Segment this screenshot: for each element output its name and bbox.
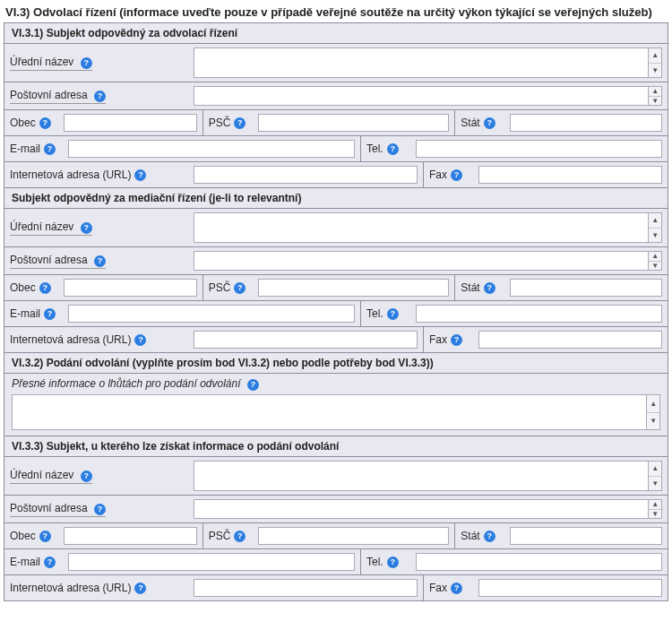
help-icon[interactable]: ?: [484, 282, 495, 294]
vi31-nazev-row: Úřední název ? ▲ ▼: [4, 44, 668, 82]
label-text: Obec: [10, 530, 36, 542]
help-icon[interactable]: ?: [94, 91, 106, 102]
vi31-adresa-input[interactable]: [194, 86, 648, 106]
spinner-up-icon[interactable]: ▲: [649, 87, 661, 96]
spinner-up-icon[interactable]: ▲: [649, 462, 661, 476]
vi31-stat-input-cell: [504, 110, 668, 135]
spinner-up-icon[interactable]: ▲: [649, 213, 661, 228]
vi31-obec-row: Obec ? PSČ ? Stát ?: [4, 110, 668, 136]
mediace-nazev-input[interactable]: [194, 212, 648, 243]
help-icon[interactable]: ?: [387, 143, 399, 155]
help-icon[interactable]: ?: [484, 117, 495, 129]
spinner-down-icon[interactable]: ▼: [649, 96, 661, 105]
help-icon[interactable]: ?: [134, 583, 146, 594]
mediace-header: Subjekt odpovědný za mediační řízení (je…: [4, 188, 668, 209]
vi33-stat-input[interactable]: [510, 527, 662, 545]
label-text: Stát: [461, 530, 479, 542]
label-text: Tel.: [366, 307, 383, 320]
vi33-url-input-cell: [188, 575, 424, 600]
vi33-fax-input[interactable]: [478, 579, 662, 597]
help-icon[interactable]: ?: [134, 169, 146, 181]
vi31-psc-input[interactable]: [258, 114, 450, 132]
vi32-input[interactable]: [12, 394, 646, 430]
spinner-up-icon[interactable]: ▲: [649, 500, 661, 509]
mediace-obec-label: Obec ?: [4, 275, 58, 300]
label-text: PSČ: [209, 530, 231, 542]
label-text: Fax: [429, 333, 447, 346]
help-icon[interactable]: ?: [81, 222, 92, 234]
spinner-down-icon[interactable]: ▼: [649, 476, 661, 490]
vi33-stat-label: Stát ?: [455, 523, 504, 548]
help-icon[interactable]: ?: [451, 583, 462, 594]
mediace-url-input[interactable]: [194, 331, 418, 349]
spinner-down-icon[interactable]: ▼: [649, 509, 661, 518]
vi31-stat-input[interactable]: [510, 114, 662, 132]
vi31-url-input[interactable]: [194, 166, 418, 184]
label-text: Tel.: [366, 556, 383, 568]
mediace-nazev-label: Úřední název ?: [4, 209, 188, 246]
mediace-adresa-label: Poštovní adresa ?: [4, 247, 188, 274]
mediace-email-input[interactable]: [68, 305, 355, 323]
help-icon[interactable]: ?: [134, 334, 146, 346]
vi31-obec-input[interactable]: [64, 114, 197, 132]
help-icon[interactable]: ?: [81, 470, 92, 482]
mediace-adresa-input[interactable]: [194, 251, 648, 271]
vi31-email-input[interactable]: [68, 140, 355, 158]
mediace-url-label: Internetová adresa (URL) ?: [4, 327, 188, 352]
vi33-psc-input[interactable]: [258, 527, 450, 545]
help-icon[interactable]: ?: [44, 557, 56, 568]
vi33-obec-input[interactable]: [64, 527, 197, 545]
spinner-up-icon[interactable]: ▲: [649, 48, 661, 63]
spinner-down-icon[interactable]: ▼: [647, 412, 659, 429]
vi33-url-input[interactable]: [194, 579, 418, 597]
vi31-adresa-input-cell: ▲ ▼: [188, 82, 668, 109]
mediace-fax-input[interactable]: [478, 331, 662, 349]
help-icon[interactable]: ?: [234, 531, 246, 542]
vi33-nazev-row: Úřední název ? ▲ ▼: [4, 457, 668, 496]
spinner-down-icon[interactable]: ▼: [649, 261, 661, 270]
mediace-stat-input[interactable]: [510, 279, 662, 297]
label-text: Internetová adresa (URL): [10, 333, 131, 346]
vi32-label: Přesné informace o lhůtách pro podání od…: [12, 377, 660, 391]
vi31-fax-input[interactable]: [478, 166, 662, 184]
help-icon[interactable]: ?: [44, 143, 56, 155]
vi31-adresa-label: Poštovní adresa ?: [4, 82, 188, 109]
mediace-email-label: E-mail ?: [4, 301, 63, 326]
spinner-down-icon[interactable]: ▼: [649, 63, 661, 77]
help-icon[interactable]: ?: [387, 308, 399, 320]
vi33-email-row: E-mail ? Tel. ?: [4, 549, 668, 575]
help-icon[interactable]: ?: [247, 379, 259, 391]
help-icon[interactable]: ?: [39, 282, 51, 294]
vi33-email-label: E-mail ?: [4, 549, 63, 574]
spinner-up-icon[interactable]: ▲: [647, 395, 659, 412]
vi33-nazev-input[interactable]: [194, 461, 648, 491]
vi31-nazev-input[interactable]: [194, 47, 648, 78]
mediace-psc-input[interactable]: [258, 279, 450, 297]
help-icon[interactable]: ?: [39, 117, 51, 129]
help-icon[interactable]: ?: [94, 504, 106, 515]
help-icon[interactable]: ?: [484, 531, 495, 542]
vi33-header: VI.3.3) Subjekt, u kterého lze získat in…: [4, 436, 668, 457]
help-icon[interactable]: ?: [234, 282, 246, 294]
mediace-tel-input[interactable]: [416, 305, 662, 323]
help-icon[interactable]: ?: [451, 169, 462, 181]
vi33-adresa-input[interactable]: [194, 499, 648, 519]
vi31-tel-input[interactable]: [416, 140, 662, 158]
mediace-obec-input[interactable]: [64, 279, 197, 297]
help-icon[interactable]: ?: [81, 57, 92, 69]
vi33-tel-input[interactable]: [416, 553, 662, 571]
help-icon[interactable]: ?: [234, 117, 246, 129]
vi32-header: VI.3.2) Podání odvolání (vyplňte prosím …: [4, 353, 668, 374]
help-icon[interactable]: ?: [44, 308, 56, 320]
help-icon[interactable]: ?: [39, 531, 51, 542]
help-icon[interactable]: ?: [94, 255, 106, 267]
vi33-adresa-input-cell: ▲ ▼: [188, 496, 668, 522]
spinner-down-icon[interactable]: ▼: [649, 228, 661, 242]
help-icon[interactable]: ?: [451, 334, 462, 346]
help-icon[interactable]: ?: [387, 557, 399, 568]
label-text: Tel.: [366, 142, 383, 155]
vi33-email-input[interactable]: [68, 553, 355, 571]
spinner-up-icon[interactable]: ▲: [649, 252, 661, 261]
vi33-email-input-cell: [63, 549, 361, 574]
label-text: Úřední název: [10, 220, 73, 233]
